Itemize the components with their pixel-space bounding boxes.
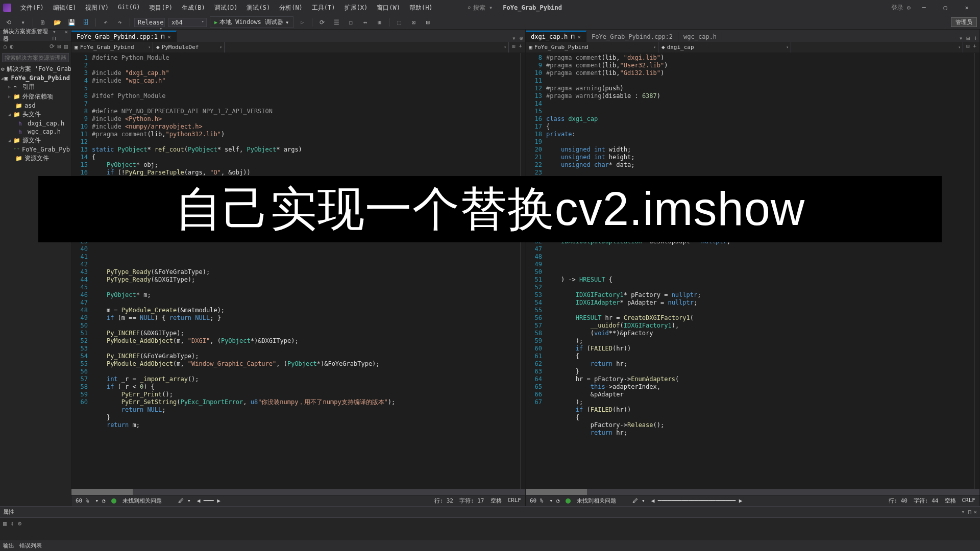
config-dropdown[interactable]: Release — [134, 18, 165, 27]
nav-type-r[interactable]: ◆dxgi_cap — [658, 42, 791, 53]
solution-search[interactable] — [2, 53, 69, 62]
tab-close-icon[interactable]: ✕ — [167, 34, 171, 40]
menu-git[interactable]: Git(G) — [114, 2, 144, 14]
minimap-left[interactable] — [520, 53, 525, 489]
undo-icon[interactable]: ↶ — [100, 17, 111, 28]
pin-icon[interactable]: ⊓ — [571, 33, 574, 40]
nav-type[interactable]: ◆PyModuleDef — [153, 42, 225, 53]
tb-icon-8[interactable]: ⊟ — [422, 17, 433, 28]
tree-external[interactable]: ▷📁外部依赖项 — [0, 92, 71, 102]
tree-solution-root[interactable]: ⚙解决方案 'FoYe_Grab_Pyb — [0, 64, 71, 74]
save-all-icon[interactable]: 🗄 — [80, 17, 91, 28]
minimap-right[interactable] — [974, 53, 979, 489]
code-area-left[interactable]: 1234567891011121314151617181920212223242… — [71, 53, 525, 489]
nav-member-r[interactable] — [791, 42, 963, 53]
close-icon[interactable]: ✕ — [957, 1, 977, 15]
zoom-r[interactable]: 60 % — [530, 497, 544, 504]
menu-extensions[interactable]: 扩展(X) — [340, 2, 372, 14]
h-scrollbar[interactable] — [71, 489, 525, 495]
indent-mode-r[interactable]: 空格 — [945, 497, 956, 505]
panel-close-icon[interactable]: ✕ — [64, 29, 68, 42]
tab-dxgi-cap[interactable]: dxgi_cap.h ⊓✕ — [526, 31, 586, 42]
pin-icon[interactable]: ⊓ — [161, 33, 164, 40]
platform-dropdown[interactable]: x64 — [168, 18, 207, 27]
new-item-icon[interactable]: 🗎 — [37, 17, 48, 28]
tb-icon-4[interactable]: ↔ — [359, 17, 371, 28]
zoom[interactable]: 60 % — [76, 497, 89, 504]
redo-icon[interactable]: ↷ — [114, 17, 126, 28]
tab-menu-icon[interactable]: ▾ ⊞ + — [959, 35, 977, 42]
solution-explorer: 解决方案资源管理器 ▾ ⊓ ✕ ⌂ ◐ ⟳ ⊟ ▤ ⚙解决方案 'FoYe_Gr… — [0, 30, 71, 506]
tab-foye-cpp-1[interactable]: FoYe_Grab_Pybind.cpp:1 ⊓✕ — [71, 31, 177, 42]
tab-wgc-cap[interactable]: wgc_cap.h — [678, 32, 722, 42]
home-icon[interactable]: ⌂ — [3, 43, 7, 50]
tb-icon-7[interactable]: ⊡ — [408, 17, 419, 28]
tb-icon-5[interactable]: ⊞ — [374, 17, 385, 28]
global-search[interactable]: ⌕ 搜索 ▾ — [468, 4, 493, 12]
tree-src1[interactable]: ⁺⁺FoYe_Grab_Pyb — [0, 145, 71, 154]
line-gutter-r: 8910111213141516171819202122232425262728… — [526, 53, 546, 489]
tb-icon-3[interactable]: ☐ — [345, 17, 356, 28]
panel-close-icon[interactable]: ✕ — [973, 509, 977, 515]
nav-member[interactable] — [225, 42, 509, 53]
minimize-icon[interactable]: ─ — [914, 1, 934, 15]
code-area-right[interactable]: 8910111213141516171819202122232425262728… — [526, 53, 979, 489]
tab-foye-cpp-2[interactable]: FoYe_Grab_Pybind.cpp:2 — [586, 32, 678, 42]
menu-edit[interactable]: 编辑(E) — [49, 2, 81, 14]
menu-analyze[interactable]: 分析(N) — [275, 2, 307, 14]
eol-mode[interactable]: CRLF — [508, 497, 522, 505]
showall-icon[interactable]: ▤ — [64, 43, 68, 50]
tool-icon[interactable]: ◐ — [10, 43, 13, 50]
tree-project[interactable]: ◢▣FoYe_Grab_Pybind — [0, 74, 71, 82]
start-nodebug-icon[interactable]: ▷ — [297, 17, 308, 28]
open-icon[interactable]: 📂 — [52, 17, 63, 28]
collapse-icon[interactable]: ⊟ — [58, 43, 61, 50]
char-pos-r: 字符: 44 — [914, 497, 939, 505]
tab-close-icon[interactable]: ✕ — [577, 34, 581, 40]
indent-mode[interactable]: 空格 — [491, 497, 502, 505]
tree-resources[interactable]: 📁资源文件 — [0, 154, 71, 163]
tb-icon-6[interactable]: ⬚ — [394, 17, 405, 28]
tree-h1[interactable]: hdxgi_cap.h — [0, 119, 71, 128]
menu-project[interactable]: 项目(P) — [145, 2, 177, 14]
sync-icon[interactable]: ⟳ — [50, 43, 55, 50]
menu-window[interactable]: 窗口(W) — [373, 2, 404, 14]
tb-icon-2[interactable]: ☰ — [331, 17, 342, 28]
nav-project-r[interactable]: ▣FoYe_Grab_Pybind — [526, 42, 658, 53]
menu-help[interactable]: 帮助(H) — [405, 2, 437, 14]
tab-menu-icon[interactable]: ▾ ⊕ — [512, 35, 523, 42]
search-icon: ⌕ — [468, 4, 471, 11]
maximize-icon[interactable]: ▢ — [935, 1, 955, 15]
tab-errors[interactable]: 错误列表 — [19, 542, 42, 549]
login-button[interactable]: 登录 ⚙ — [891, 4, 911, 12]
nav-back-icon[interactable]: ⟲ — [3, 17, 14, 28]
menu-test[interactable]: 测试(S) — [242, 2, 274, 14]
menu-build[interactable]: 生成(B) — [178, 2, 209, 14]
tree-sources[interactable]: ◢📁源文件 — [0, 136, 71, 145]
menu-debug[interactable]: 调试(D) — [210, 2, 242, 14]
eol-mode-r[interactable]: CRLF — [962, 497, 976, 505]
split-icon[interactable]: ⊞ + — [963, 42, 979, 53]
nav-project[interactable]: ▣FoYe_Grab_Pybind — [71, 42, 153, 53]
properties-title: 属性 — [3, 508, 14, 516]
save-icon[interactable]: 💾 — [66, 17, 77, 28]
split-icon[interactable]: ⊞ + — [509, 42, 525, 53]
pin-icon[interactable]: ▾ ⊓ — [962, 509, 972, 515]
code-content-left[interactable]: #define Python_Module #include "dxgi_cap… — [92, 53, 520, 489]
tree-asd[interactable]: 📁asd — [0, 102, 71, 110]
tree-refs[interactable]: ▷▫引用 — [0, 82, 71, 92]
menu-tools[interactable]: 工具(T) — [308, 2, 339, 14]
tree-h2[interactable]: hwgc_cap.h — [0, 128, 71, 136]
code-content-right[interactable]: #pragma comment(lib, "dxgi.lib") #pragma… — [546, 53, 974, 489]
tb-icon-1[interactable]: ⟳ — [316, 17, 328, 28]
menu-file[interactable]: 文件(F) — [16, 2, 48, 14]
start-debug-button[interactable]: ▶本地 Windows 调试器 ▾ — [210, 16, 293, 28]
solution-title: FoYe_Grab_Pybind — [503, 4, 562, 11]
pin-icon[interactable]: ▾ ⊓ — [53, 29, 62, 42]
tree-headers[interactable]: ◢📁头文件 — [0, 110, 71, 119]
tab-output[interactable]: 输出 — [3, 542, 14, 549]
admin-badge: 管理员 — [951, 17, 977, 27]
menu-view[interactable]: 视图(V) — [81, 2, 113, 14]
h-scrollbar-r[interactable] — [526, 489, 979, 495]
nav-fwd-icon[interactable]: ▾ — [17, 17, 29, 28]
